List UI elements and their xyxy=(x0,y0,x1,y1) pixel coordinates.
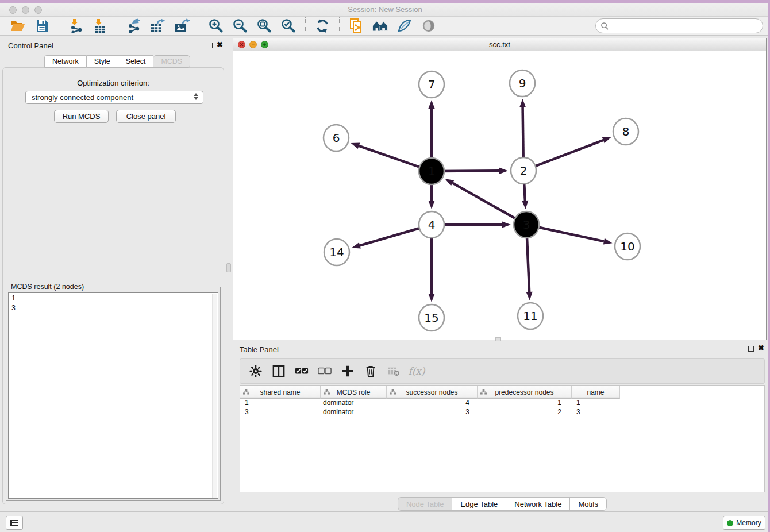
refresh-layout-icon[interactable] xyxy=(314,18,330,34)
graph-arrowhead xyxy=(352,242,361,249)
table-cell: 1 xyxy=(572,399,620,408)
delete-table-disabled-icon xyxy=(386,364,401,379)
search-box xyxy=(595,18,763,33)
graph-node-label-8: 8 xyxy=(622,125,630,138)
table-row[interactable]: 1dominator411 xyxy=(240,399,764,408)
graph-node-label-9: 9 xyxy=(519,76,526,90)
network-window-titlebar[interactable]: ✕ − + scc.txt xyxy=(233,38,766,51)
zoom-out-icon[interactable] xyxy=(232,18,248,34)
table-tab-node-table[interactable]: Node Table xyxy=(398,497,453,511)
table-cell: 4 xyxy=(387,399,478,408)
column-header-shared-name[interactable]: shared name xyxy=(240,386,321,399)
run-mcds-button[interactable]: Run MCDS xyxy=(54,110,109,123)
graph-arrowhead xyxy=(351,143,360,149)
graph-arrowhead xyxy=(602,137,611,144)
column-header-name[interactable]: name xyxy=(572,386,620,399)
export-image-icon[interactable] xyxy=(174,18,190,34)
select-all-columns-icon[interactable] xyxy=(294,364,309,379)
apply-style-icon[interactable] xyxy=(396,18,413,34)
close-panel-button[interactable]: Close panel xyxy=(116,110,176,123)
export-table-icon[interactable] xyxy=(150,18,166,34)
main-toolbar xyxy=(0,17,770,36)
table-cell: 1 xyxy=(478,399,572,408)
clone-network-icon[interactable] xyxy=(348,18,364,34)
optimization-criterion-select[interactable]: strongly connected component xyxy=(25,91,203,104)
node-table: shared nameMCDS rolesuccessor nodesprede… xyxy=(240,385,765,492)
control-panel-header: Control Panel ✖ xyxy=(0,38,226,54)
horizontal-splitter-handle[interactable] xyxy=(495,337,501,341)
column-header-label: name xyxy=(587,388,604,396)
control-tab-select[interactable]: Select xyxy=(118,55,154,68)
graph-arrowhead xyxy=(428,100,434,109)
column-type-icon xyxy=(243,389,249,395)
graph-arrowhead xyxy=(428,201,434,209)
zoom-fit-icon[interactable] xyxy=(256,18,272,34)
save-session-icon[interactable] xyxy=(34,18,50,34)
graph-arrowhead xyxy=(499,168,508,174)
open-session-icon[interactable] xyxy=(10,18,26,34)
table-tab-network-table[interactable]: Network Table xyxy=(506,497,570,511)
optimization-criterion-value: strongly connected component xyxy=(32,93,133,102)
column-header-label: successor nodes xyxy=(406,388,457,396)
node-table-header-row: shared nameMCDS rolesuccessor nodesprede… xyxy=(240,386,764,399)
column-header-MCDS-role[interactable]: MCDS role xyxy=(321,386,387,399)
table-panel-title: Table Panel xyxy=(240,345,279,354)
graph-node-label-4: 4 xyxy=(428,218,436,232)
fx-label: f(x) xyxy=(408,365,425,377)
control-tab-style[interactable]: Style xyxy=(87,55,118,68)
zoom-in-icon[interactable] xyxy=(208,18,224,34)
column-header-successor-nodes[interactable]: successor nodes xyxy=(387,386,478,399)
mcds-result-fieldset: MCDS result (2 nodes) 1 3 xyxy=(6,283,221,501)
toolbar-separator xyxy=(339,17,340,34)
export-network-icon[interactable] xyxy=(126,18,142,34)
graph-node-label-10: 10 xyxy=(620,240,634,253)
table-tab-motifs[interactable]: Motifs xyxy=(570,497,607,511)
control-panel-float-icon[interactable] xyxy=(207,43,213,48)
network-graph-canvas[interactable]: 1234678910111415 xyxy=(233,51,766,340)
graph-node-label-6: 6 xyxy=(333,131,340,145)
delete-column-icon[interactable] xyxy=(363,364,378,379)
app-titlebar: Session: New Session xyxy=(0,3,770,17)
graph-node-label-7: 7 xyxy=(428,78,436,91)
mcds-result-title: MCDS result (2 nodes) xyxy=(9,283,86,291)
graph-arrowhead xyxy=(445,179,455,186)
table-row[interactable]: 3dominator323 xyxy=(240,408,764,417)
search-input[interactable] xyxy=(611,20,763,32)
mcds-result-scrollbar[interactable] xyxy=(212,294,217,498)
table-panel-close-icon[interactable]: ✖ xyxy=(758,344,764,352)
app-title: Session: New Session xyxy=(0,5,770,14)
import-network-icon[interactable] xyxy=(68,18,84,34)
column-type-icon xyxy=(324,389,330,395)
memory-status-icon xyxy=(727,520,733,526)
status-bar: Memory xyxy=(0,511,770,532)
vertical-splitter-handle[interactable] xyxy=(226,263,231,272)
mcds-result-area[interactable]: 1 3 xyxy=(8,292,218,499)
zoom-selected-icon[interactable] xyxy=(280,18,297,34)
toggle-panes-icon[interactable] xyxy=(271,364,286,379)
network-view-window: ✕ − + scc.txt 1234678910111415 xyxy=(233,38,767,340)
control-tab-network[interactable]: Network xyxy=(44,55,87,68)
control-tab-mcds[interactable]: MCDS xyxy=(153,55,190,68)
control-panel-close-icon[interactable]: ✖ xyxy=(217,40,223,49)
graph-node-label-3: 3 xyxy=(523,218,530,232)
toggle-birds-eye-icon[interactable] xyxy=(421,18,437,34)
table-cell: dominator xyxy=(321,399,387,408)
table-cell: dominator xyxy=(321,408,387,417)
graph-node-label-15: 15 xyxy=(424,311,438,325)
column-type-icon xyxy=(480,389,487,395)
import-table-icon[interactable] xyxy=(92,18,108,34)
graph-arrowhead xyxy=(603,238,613,245)
task-history-button[interactable] xyxy=(6,516,23,530)
home-networks-icon[interactable] xyxy=(372,18,388,34)
graph-arrowhead xyxy=(428,294,434,302)
add-column-icon[interactable] xyxy=(340,364,355,379)
table-panel-tabs: Node TableEdge TableNetwork TableMotifs xyxy=(240,495,765,512)
memory-button[interactable]: Memory xyxy=(723,516,765,530)
graph-arrowhead xyxy=(519,99,526,107)
settings-gear-icon[interactable] xyxy=(248,364,263,379)
column-header-predecessor-nodes[interactable]: predecessor nodes xyxy=(478,386,572,399)
table-panel-float-icon[interactable] xyxy=(748,346,754,352)
deselect-all-columns-icon[interactable] xyxy=(317,364,332,379)
table-tab-edge-table[interactable]: Edge Table xyxy=(452,497,506,511)
graph-node-label-2: 2 xyxy=(520,164,528,178)
